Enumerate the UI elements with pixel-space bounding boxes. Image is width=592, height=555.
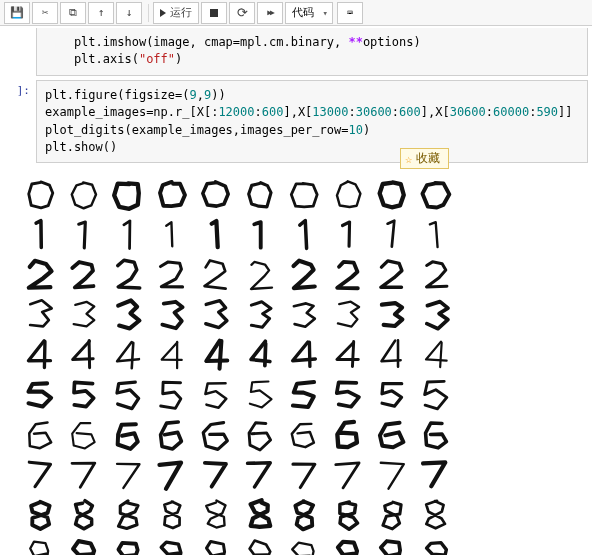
digit-1 bbox=[62, 215, 106, 255]
digit-4 bbox=[282, 335, 326, 375]
code-text: plt.show() bbox=[45, 140, 117, 154]
code-text: options) bbox=[363, 35, 421, 49]
run-button[interactable]: 运行 bbox=[153, 2, 199, 24]
code-input[interactable]: plt.figure(figsize=(9,9)) example_images… bbox=[36, 80, 588, 164]
code-text: )) bbox=[211, 88, 225, 102]
restart-run-all-button[interactable] bbox=[257, 2, 283, 24]
code-text: 13000 bbox=[312, 105, 348, 119]
digit-4 bbox=[194, 335, 238, 375]
digit-5 bbox=[414, 375, 458, 415]
toolbar-save-icon[interactable]: 💾 bbox=[4, 2, 30, 24]
play-icon bbox=[160, 9, 166, 17]
code-text: plt.axis( bbox=[45, 52, 139, 66]
keyboard-icon: ⌨ bbox=[347, 7, 353, 18]
digit-8 bbox=[18, 495, 62, 535]
digit-7 bbox=[106, 455, 150, 495]
code-text: : bbox=[392, 105, 399, 119]
code-text: ) bbox=[363, 123, 370, 137]
digit-7 bbox=[370, 455, 414, 495]
digit-2 bbox=[370, 255, 414, 295]
code-text: ** bbox=[348, 35, 362, 49]
digit-6 bbox=[326, 415, 370, 455]
stop-icon bbox=[210, 9, 218, 17]
digit-0 bbox=[62, 175, 106, 215]
digits-output bbox=[18, 175, 458, 555]
code-text: plt.imshow(image, cmap=mpl.cm.binary, bbox=[45, 35, 348, 49]
digit-2 bbox=[150, 255, 194, 295]
code-text: : bbox=[486, 105, 493, 119]
cell-type-value: 代码 bbox=[292, 5, 314, 20]
digit-5 bbox=[238, 375, 282, 415]
code-text: ) bbox=[175, 52, 182, 66]
digit-0 bbox=[414, 175, 458, 215]
digit-8 bbox=[150, 495, 194, 535]
command-palette-button[interactable]: ⌨ bbox=[337, 2, 363, 24]
digit-0 bbox=[194, 175, 238, 215]
digit-3 bbox=[370, 295, 414, 335]
code-cell-partial: plt.imshow(image, cmap=mpl.cm.binary, **… bbox=[0, 26, 592, 78]
code-text: 30600 bbox=[450, 105, 486, 119]
digit-0 bbox=[106, 175, 150, 215]
restart-button[interactable] bbox=[229, 2, 255, 24]
digit-5 bbox=[370, 375, 414, 415]
digit-2 bbox=[194, 255, 238, 295]
favorite-badge[interactable]: ☆ 收藏 bbox=[400, 148, 449, 169]
digit-1 bbox=[150, 215, 194, 255]
digit-4 bbox=[370, 335, 414, 375]
star-icon: ☆ bbox=[405, 152, 412, 166]
interrupt-button[interactable] bbox=[201, 2, 227, 24]
digit-7 bbox=[194, 455, 238, 495]
digit-1 bbox=[326, 215, 370, 255]
code-text: 60000 bbox=[493, 105, 529, 119]
digit-2 bbox=[106, 255, 150, 295]
code-text: ],X[ bbox=[283, 105, 312, 119]
digit-4 bbox=[18, 335, 62, 375]
code-text: 10 bbox=[348, 123, 362, 137]
digit-6 bbox=[62, 415, 106, 455]
code-input[interactable]: plt.imshow(image, cmap=mpl.cm.binary, **… bbox=[36, 28, 588, 76]
digit-3 bbox=[150, 295, 194, 335]
digit-8 bbox=[194, 495, 238, 535]
prompt: ]: bbox=[0, 80, 36, 164]
digit-9 bbox=[282, 535, 326, 555]
digit-9 bbox=[194, 535, 238, 555]
code-text: "off" bbox=[139, 52, 175, 66]
toolbar-cut-icon[interactable]: ✂ bbox=[32, 2, 58, 24]
digit-6 bbox=[238, 415, 282, 455]
code-text: : bbox=[348, 105, 355, 119]
toolbar-move-up-icon[interactable]: ↑ bbox=[88, 2, 114, 24]
toolbar-move-down-icon[interactable]: ↓ bbox=[116, 2, 142, 24]
digit-7 bbox=[150, 455, 194, 495]
digit-1 bbox=[18, 215, 62, 255]
toolbar-copy-icon[interactable]: ⧉ bbox=[60, 2, 86, 24]
code-text: 590 bbox=[536, 105, 558, 119]
digit-2 bbox=[238, 255, 282, 295]
digit-7 bbox=[326, 455, 370, 495]
cell-type-select[interactable]: 代码 bbox=[285, 2, 333, 24]
digit-2 bbox=[282, 255, 326, 295]
code-text: 30600 bbox=[356, 105, 392, 119]
digit-8 bbox=[414, 495, 458, 535]
code-text: ],X[ bbox=[421, 105, 450, 119]
digit-8 bbox=[282, 495, 326, 535]
digit-7 bbox=[238, 455, 282, 495]
digit-4 bbox=[150, 335, 194, 375]
digit-1 bbox=[106, 215, 150, 255]
code-text: 600 bbox=[399, 105, 421, 119]
digit-4 bbox=[238, 335, 282, 375]
digit-1 bbox=[238, 215, 282, 255]
digit-3 bbox=[326, 295, 370, 335]
digit-7 bbox=[414, 455, 458, 495]
digit-9 bbox=[62, 535, 106, 555]
digit-9 bbox=[150, 535, 194, 555]
digit-5 bbox=[62, 375, 106, 415]
code-text: 12000 bbox=[218, 105, 254, 119]
code-text: 9 bbox=[190, 88, 197, 102]
run-label: 运行 bbox=[170, 5, 192, 20]
digit-3 bbox=[62, 295, 106, 335]
digit-8 bbox=[62, 495, 106, 535]
digit-0 bbox=[18, 175, 62, 215]
digit-3 bbox=[414, 295, 458, 335]
digit-8 bbox=[238, 495, 282, 535]
code-text: plt.figure(figsize=( bbox=[45, 88, 190, 102]
